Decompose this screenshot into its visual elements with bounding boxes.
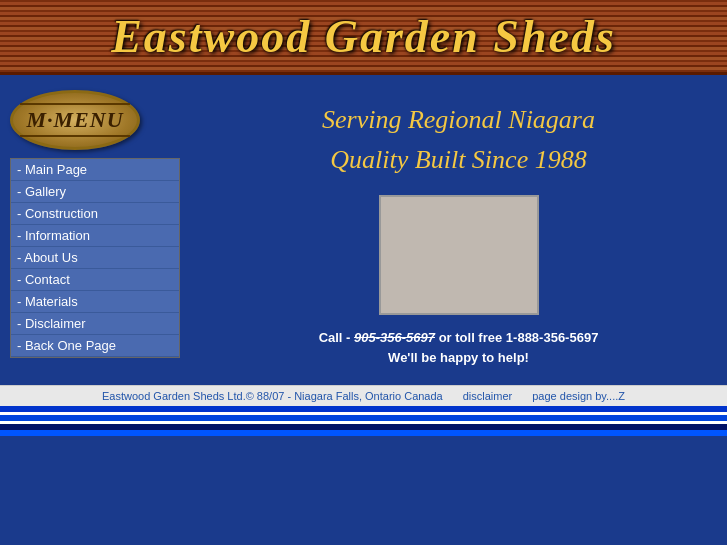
tagline1: Serving Regional Niagara (322, 105, 595, 135)
phone-toll: 1-888-356-5697 (506, 330, 599, 345)
nav-link-main[interactable]: - Main Page (11, 159, 179, 180)
nav-link-back[interactable]: - Back One Page (11, 335, 179, 356)
footer-design: page design by....Z (532, 390, 625, 402)
nav-item-about[interactable]: - About Us (11, 247, 179, 269)
nav-item-materials[interactable]: - Materials (11, 291, 179, 313)
right-content: Serving Regional Niagara Quality Built S… (190, 85, 727, 375)
help-text: We'll be happy to help! (388, 350, 529, 365)
nav-list: - Main Page - Gallery - Construction - I… (10, 158, 180, 358)
menu-logo: M·MENU (10, 90, 140, 150)
menu-logo-text: M·MENU (26, 107, 123, 132)
shed-image (379, 195, 539, 315)
phone-local: 905-356-5697 (354, 330, 435, 345)
site-title: Eastwood Garden Sheds (111, 10, 616, 63)
sidebar: M·MENU - Main Page - Gallery - Construct… (0, 85, 190, 375)
nav-link-gallery[interactable]: - Gallery (11, 181, 179, 202)
nav-link-information[interactable]: - Information (11, 225, 179, 246)
footer: Eastwood Garden Sheds Ltd.© 88/07 - Niag… (0, 385, 727, 406)
nav-item-gallery[interactable]: - Gallery (11, 181, 179, 203)
header-banner: Eastwood Garden Sheds (0, 0, 727, 75)
stripe-container (0, 406, 727, 456)
nav-item-main[interactable]: - Main Page (11, 159, 179, 181)
nav-item-contact[interactable]: - Contact (11, 269, 179, 291)
nav-item-information[interactable]: - Information (11, 225, 179, 247)
nav-link-materials[interactable]: - Materials (11, 291, 179, 312)
nav-item-construction[interactable]: - Construction (11, 203, 179, 225)
nav-link-contact[interactable]: - Contact (11, 269, 179, 290)
footer-disclaimer[interactable]: disclaimer (463, 390, 513, 402)
toll-free-label: or toll free (439, 330, 503, 345)
nav-link-disclaimer[interactable]: - Disclaimer (11, 313, 179, 334)
stripe-7 (0, 436, 727, 456)
nav-link-about[interactable]: - About Us (11, 247, 179, 268)
call-label: Call - (319, 330, 351, 345)
call-info: Call - 905-356-5697 or toll free 1-888-3… (319, 330, 599, 345)
footer-copyright: Eastwood Garden Sheds Ltd.© 88/07 - Niag… (102, 390, 443, 402)
nav-item-back[interactable]: - Back One Page (11, 335, 179, 357)
tagline2: Quality Built Since 1988 (330, 145, 586, 175)
nav-item-disclaimer[interactable]: - Disclaimer (11, 313, 179, 335)
nav-link-construction[interactable]: - Construction (11, 203, 179, 224)
main-content: M·MENU - Main Page - Gallery - Construct… (0, 75, 727, 385)
